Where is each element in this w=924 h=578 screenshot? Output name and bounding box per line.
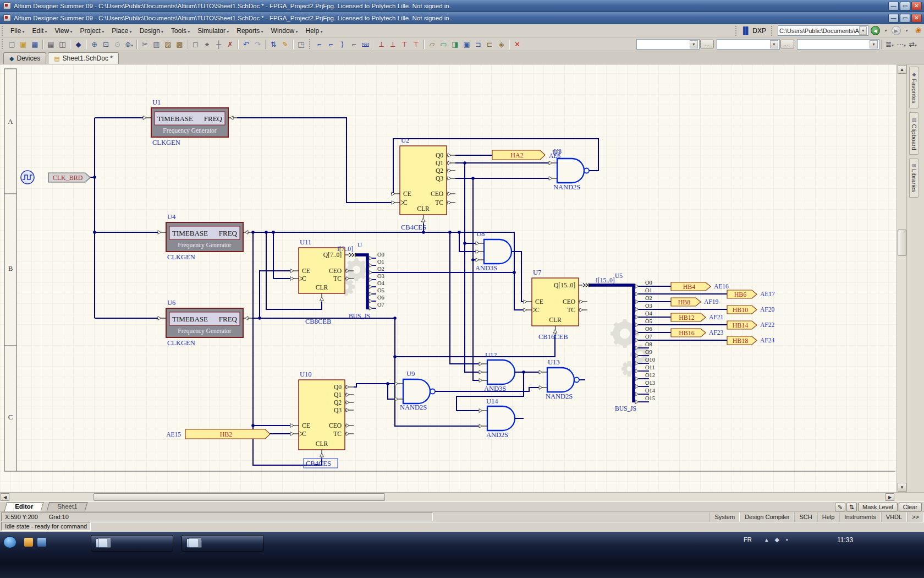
schematic-text[interactable]: CE [535,298,543,305]
schematic-text[interactable]: FREQ [219,315,238,323]
schematic-text[interactable]: Q1 [436,160,443,166]
schematic-text[interactable]: O5 [377,287,384,293]
quicklaunch-icon-1[interactable] [24,538,33,547]
zoom-window-icon[interactable]: ⊕ [89,39,100,50]
horizontal-scrollbar[interactable]: ◀ ▶ [0,492,924,501]
schematic-text[interactable]: O6 [377,295,384,301]
tray-icon-2[interactable]: ◆ [775,536,779,543]
schematic-text[interactable]: C [403,199,408,206]
menu-project[interactable]: Project ▾ [76,25,108,36]
schematic-text[interactable]: U7 [533,269,541,276]
start-orb-icon[interactable] [3,536,16,548]
place-gnd-port-icon[interactable]: ⊥ [387,39,399,50]
place-sheet-symbol-icon[interactable]: ▭ [438,39,449,50]
schematic-text[interactable]: I[7..0] [337,246,353,252]
schematic-text[interactable]: Q3 [436,175,443,182]
schematic-text[interactable]: U13 [548,358,560,366]
schematic-text[interactable]: O10 [645,357,655,363]
schematic-text[interactable]: AF19 [704,298,718,305]
schematic-text[interactable]: U14 [486,397,498,405]
place-vcc-port-icon[interactable]: ⊤ [410,39,422,50]
schematic-text[interactable]: AF22 [760,321,774,328]
schematic-text[interactable]: Q[7..0] [323,252,342,258]
menu-reports[interactable]: Reports ▾ [232,25,266,36]
schematic-text[interactable]: TC [333,430,342,437]
redo-icon[interactable]: ↷ [252,39,263,50]
toolbar-grip[interactable] [2,26,4,36]
port-HB8[interactable]: HB8 [671,298,701,306]
schematic-text[interactable]: BUS_JS [615,405,636,412]
schematic-text[interactable]: TC [567,307,575,313]
schematic-text[interactable]: O5 [645,318,652,324]
schematic-text[interactable]: U6 [167,299,175,307]
clock-source-icon[interactable] [21,171,34,184]
new-document-icon[interactable]: ▢ [6,39,18,50]
schematic-text[interactable]: CLK_BRD [53,174,83,182]
zoom-options-icon[interactable]: ⊚▾ [123,39,135,50]
schematic-text[interactable]: Frequency Generator [178,242,232,249]
panel-button-help[interactable]: Help [817,512,840,522]
schematic-text[interactable]: U9 [406,370,415,378]
horizontal-scroll-thumb[interactable] [94,493,385,501]
port-HB6[interactable]: HB6 [727,290,757,298]
cross-probe-icon[interactable]: ⇅ [268,39,279,50]
schematic-text[interactable]: I[15..0] [596,277,615,283]
panel-button-design-compiler[interactable]: Design Compiler [740,512,794,522]
schematic-text[interactable]: TIMEBASE [172,229,208,237]
mask-toggle-icon[interactable]: ⇅ [846,503,857,511]
place-sheet-entry-icon[interactable]: ◨ [449,39,461,50]
schematic-text[interactable]: U11 [300,238,311,246]
schematic-text[interactable]: HB6 [734,291,747,298]
zoom-document-icon[interactable]: ⊡ [100,39,112,50]
menu-edit[interactable]: Edit ▾ [28,25,51,36]
schematic-text[interactable]: AND3S [484,385,506,392]
schematic-text[interactable]: NAND2S [553,183,580,191]
schematic-text[interactable]: TC [333,275,342,282]
schematic-text[interactable]: AF23 [709,329,723,336]
schematic-text[interactable]: AE16 [714,283,729,290]
side-tab-favorites[interactable]: ◆ Favorites [909,67,919,108]
schematic-text[interactable]: NAND2S [546,392,573,400]
dxp-menu[interactable]: DXP [751,27,769,35]
schematic-text[interactable]: O1 [377,259,384,265]
editor-tab-sheet1[interactable]: Sheet1 [47,502,88,511]
schematic-text[interactable]: Q1 [334,391,342,398]
schematic-text[interactable]: TIMEBASE [172,315,208,323]
tab-devices[interactable]: ◆Devices [3,52,46,64]
schematic-text[interactable]: NAND2S [400,403,427,411]
schematic-text[interactable]: CE [302,422,310,429]
schematic-text[interactable]: AE15 [166,431,181,438]
mask-edit-icon[interactable]: ✎ [835,503,845,511]
schematic-text[interactable]: CB4CES [306,460,331,467]
schematic-text[interactable]: U2 [401,137,409,144]
paste-array-icon[interactable]: ▩ [174,39,185,50]
place-gnd-power-port-icon[interactable]: ⊥ [376,39,387,50]
menu-simulator[interactable]: Simulator ▾ [193,25,232,36]
browse-library-icon[interactable]: ◳ [295,39,307,50]
schematic-text[interactable]: O3 [377,273,384,279]
align-menu-icon[interactable]: ≣▾ [884,39,895,50]
schematic-text[interactable]: O11 [645,364,655,370]
doc-minimize-button[interactable]: — [888,14,899,23]
place-net-label-icon[interactable]: Net [360,39,371,50]
port-HB12[interactable]: HB12 [671,313,706,321]
schematic-text[interactable]: CLKGEN [167,339,195,347]
menu-view[interactable]: View ▾ [51,25,76,36]
schematic-text[interactable]: Q0 [436,152,443,159]
schematic-text[interactable]: BUS_JS [349,313,370,319]
close-button[interactable]: ✕ [911,2,922,10]
schematic-text[interactable]: CE [302,268,310,274]
schematic-text[interactable]: U8 [476,230,485,238]
panel-button-instruments[interactable]: Instruments [839,512,881,522]
schematic-text[interactable]: CLKGEN [152,139,180,146]
menu-file[interactable]: File ▾ [6,25,28,36]
grid-menu-icon[interactable]: ⋯▾ [895,39,907,50]
schematic-text[interactable]: AND2S [486,431,508,439]
schematic-text[interactable]: AF24 [760,337,774,343]
schematic-text[interactable]: CLR [417,205,430,212]
schematic-text[interactable]: O2 [377,266,384,272]
menu-window[interactable]: Window ▾ [267,25,301,36]
schematic-text[interactable]: O3 [645,303,652,309]
schematic-text[interactable]: CLR [316,284,328,291]
schematic-text[interactable]: O13 [645,380,655,386]
